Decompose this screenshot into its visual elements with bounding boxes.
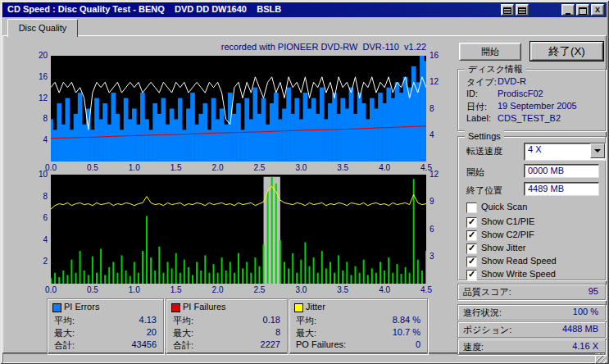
disc-info-group: ディスク情報 タイプ: DVD-R ID: ProdiscF02 日付: 19 … [457, 69, 606, 131]
disc-date-label: 日付: [466, 101, 487, 113]
app-window: { "window": {"title": "CD Speed : Disc Q… [0, 0, 609, 364]
disc-id-row: ID: ProdiscF02 [458, 89, 605, 100]
pi-failures-max-label: 最大: [173, 327, 193, 339]
speed-readout-label: 速度: [463, 341, 484, 353]
disc-type-label: タイプ: [466, 76, 497, 89]
jitter-avg-value: 8.84 % [393, 315, 420, 325]
quick-scan-checkbox-icon[interactable] [466, 202, 477, 213]
disc-id-label: ID: [466, 89, 478, 98]
show-write-speed-checkbox-icon[interactable] [466, 270, 477, 280]
end-position-input[interactable]: 4489 MB [524, 182, 599, 196]
speed-box: 速度: 4.16 X [457, 339, 606, 355]
quality-score-box: 品質スコア: 95 [457, 284, 606, 300]
app-icon-button-1[interactable] [501, 4, 514, 16]
pi-errors-avg-value: 4.13 [139, 315, 157, 325]
jitter-title: Jitter [306, 302, 325, 312]
disc-info-title: ディスク情報 [465, 63, 526, 75]
disc-label-value: CDS_TEST_B2 [498, 113, 561, 123]
start-button[interactable]: 開始 [459, 43, 521, 61]
pi-errors-max-value: 20 [147, 327, 157, 337]
minimize-icon [566, 13, 570, 15]
settings-group: Settings 転送速度 4 X 開始 0000 MB 終了位置 4489 M… [457, 136, 606, 280]
window-title: CD Speed : Disc Quality Test - BENQ DVD … [7, 4, 281, 14]
speed-readout-value: 4.16 X [572, 341, 598, 351]
pi-failures-avg-value: 0.18 [263, 315, 280, 325]
maximize-button[interactable] [576, 4, 589, 16]
progress-label: 進行状況: [463, 307, 502, 319]
pi-errors-title: PI Errors [64, 302, 99, 312]
pi-failures-avg-label: 平均: [173, 315, 193, 327]
position-value: 4488 MB [562, 324, 598, 334]
show-write-speed-label: Show Write Speed [481, 269, 556, 279]
show-read-speed-checkbox-icon[interactable] [466, 257, 477, 267]
pi-errors-legend-icon [52, 303, 61, 312]
close-icon: X [592, 5, 603, 15]
po-failures-value: 0 [416, 339, 420, 349]
show-c1-pie-label: Show C1/PIE [481, 216, 534, 226]
pi-failures-total-value: 2227 [261, 339, 280, 349]
disc-type-row: タイプ: DVD-R [458, 76, 605, 88]
jitter-avg-label: 平均: [296, 315, 316, 327]
pi-failures-title: PI Failures [183, 302, 226, 312]
speed-value: 4 X [528, 144, 542, 154]
disc-date-row: 日付: 19 September 2005 [458, 101, 605, 112]
exit-button[interactable]: 終了(X) [529, 41, 604, 61]
titlebar[interactable]: CD Speed : Disc Quality Test - BENQ DVD … [2, 2, 607, 17]
chevron-down-icon[interactable] [590, 143, 605, 158]
jitter-max-value: 10.7 % [393, 327, 420, 337]
pi-failures-panel: PI Failures 平均: 0.18 最大: 8 合計: 2227 [166, 298, 288, 354]
quick-scan-label: Quick Scan [481, 202, 527, 212]
end-position-label: 終了位置 [466, 184, 502, 197]
start-position-input[interactable]: 0000 MB [524, 164, 599, 178]
jitter-legend-icon [294, 303, 303, 312]
disc-date-value: 19 September 2005 [498, 101, 577, 111]
pi-errors-total-label: 合計: [54, 339, 75, 352]
pi-errors-avg-label: 平均: [54, 315, 75, 327]
exit-button-label: 終了(X) [530, 42, 603, 61]
quality-score-value: 95 [589, 286, 598, 296]
show-jitter-checkbox-icon[interactable] [466, 243, 477, 254]
pi-errors-total-value: 43456 [131, 339, 157, 349]
pi-failures-max-value: 8 [275, 327, 280, 337]
pi-errors-panel: PI Errors 平均: 4.13 最大: 20 合計: 43456 [47, 298, 164, 354]
show-jitter-label: Show Jitter [481, 243, 525, 253]
show-c2-pif-label: Show C2/PIF [481, 230, 534, 239]
recorded-with-note: recorded with PIONEER DVD-RW DVR-110 v1.… [156, 42, 426, 52]
jitter-max-label: 最大: [296, 327, 316, 339]
quality-score-label: 品質スコア: [463, 286, 511, 298]
close-button[interactable]: X [591, 4, 604, 16]
show-c1-pie-checkbox-icon[interactable] [466, 217, 477, 228]
pi-failures-legend-icon [171, 303, 180, 312]
disc-label-label: Label: [466, 113, 491, 123]
minimize-button[interactable] [561, 4, 575, 16]
graph-icon [503, 7, 511, 14]
disc-label-row: Label: CDS_TEST_B2 [458, 113, 605, 125]
position-label: ポジション: [463, 324, 511, 336]
disc-type-value: DVD-R [498, 76, 526, 86]
app-icon-button-2[interactable] [516, 4, 529, 16]
progress-box: 進行状況: 100 % [457, 304, 606, 321]
speed-label: 転送速度 [466, 145, 502, 157]
position-box: ポジション: 4488 MB [457, 321, 606, 338]
show-c2-pif-checkbox-icon[interactable] [466, 230, 477, 241]
start-position-label: 開始 [466, 166, 484, 179]
show-read-speed-label: Show Read Speed [481, 256, 557, 266]
pi-failures-total-label: 合計: [173, 339, 193, 352]
data-icon [518, 7, 526, 14]
tab-disc-quality[interactable]: Disc Quality [7, 19, 78, 37]
speed-select[interactable]: 4 X [524, 143, 606, 161]
pi-errors-max-label: 最大: [54, 327, 75, 339]
progress-value: 100 % [573, 307, 598, 316]
settings-title: Settings [465, 130, 504, 142]
maximize-icon [579, 7, 587, 15]
jitter-panel: Jitter 平均: 8.84 % 最大: 10.7 % PO Failures… [289, 298, 428, 354]
disc-id-value: ProdiscF02 [498, 89, 543, 98]
po-failures-label: PO Failures: [296, 339, 346, 349]
